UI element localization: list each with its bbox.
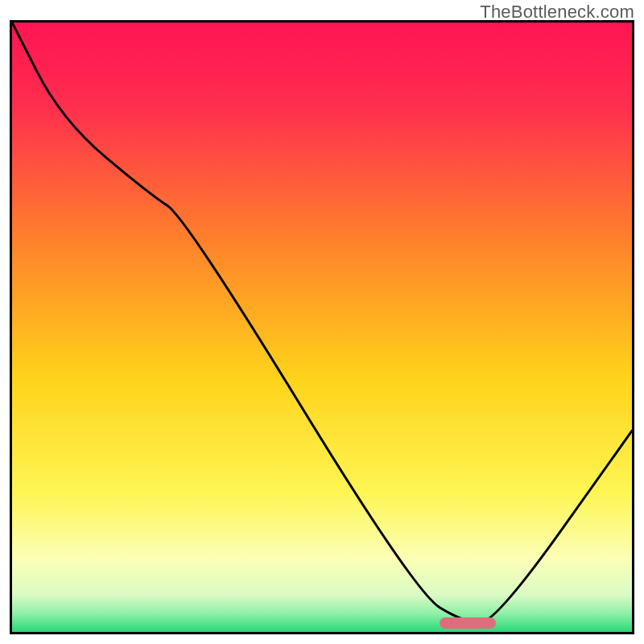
sweet-spot-marker <box>440 617 495 629</box>
gradient-background <box>12 23 632 632</box>
chart-plot <box>12 23 632 632</box>
chart-frame <box>10 20 634 634</box>
